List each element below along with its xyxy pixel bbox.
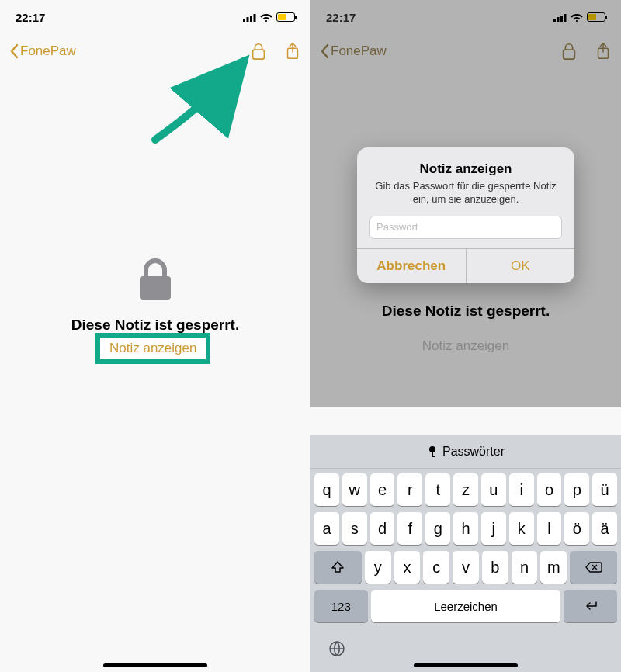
annotation-highlight-box: Notiz anzeigen xyxy=(95,333,210,364)
key-g[interactable]: g xyxy=(425,512,450,545)
back-button[interactable]: FonePaw xyxy=(9,43,250,59)
key-r[interactable]: r xyxy=(397,473,422,506)
view-note-button[interactable]: Notiz anzeigen xyxy=(109,341,196,355)
screenshot-right: 22:17 FonePaw Diese Notiz ist gesperrt. … xyxy=(310,0,621,672)
key-v[interactable]: v xyxy=(453,551,479,584)
view-note-button[interactable]: Notiz anzeigen xyxy=(422,338,509,354)
alert-title: Notiz anzeigen xyxy=(369,161,562,177)
keyboard-row-3: yxcvbnm xyxy=(313,551,619,584)
password-input[interactable] xyxy=(369,216,562,239)
key-h[interactable]: h xyxy=(453,512,478,545)
svg-rect-0 xyxy=(243,19,245,22)
key-n[interactable]: n xyxy=(512,551,538,584)
lock-icon[interactable] xyxy=(250,42,267,61)
return-key[interactable] xyxy=(564,590,617,622)
key-w[interactable]: w xyxy=(342,473,367,506)
key-f[interactable]: f xyxy=(397,512,422,545)
shift-key[interactable] xyxy=(314,551,362,584)
alert-message: Gib das Passwort für die gesperrte Notiz… xyxy=(369,180,562,206)
locked-note-area: Diese Notiz ist gesperrt. Notiz anzeigen xyxy=(310,303,621,354)
key-c[interactable]: c xyxy=(423,551,449,584)
key-s[interactable]: s xyxy=(342,512,367,545)
cellular-icon xyxy=(243,13,256,22)
key-icon xyxy=(427,445,438,458)
return-icon xyxy=(583,601,598,611)
cancel-button[interactable]: Abbrechen xyxy=(357,249,466,283)
big-lock-icon xyxy=(132,256,179,303)
key-u[interactable]: u xyxy=(481,473,506,506)
password-alert: Notiz anzeigen Gib das Passwort für die … xyxy=(357,147,574,283)
svg-rect-4 xyxy=(253,50,265,59)
shift-icon xyxy=(331,560,345,574)
share-icon[interactable] xyxy=(284,42,301,61)
key-ü[interactable]: ü xyxy=(592,473,617,506)
keyboard-suggestion-bar[interactable]: Passwörter xyxy=(310,435,621,469)
svg-rect-15 xyxy=(432,456,435,457)
globe-icon xyxy=(328,639,346,658)
annotation-arrow xyxy=(140,54,264,147)
screenshot-left: 22:17 FonePaw Diese Notiz ist gesperrt. … xyxy=(0,0,310,672)
keyboard: Passwörter qwertzuiopü asdfghjklöä yxcvb… xyxy=(310,435,621,672)
key-l[interactable]: l xyxy=(537,512,562,545)
battery-icon xyxy=(276,12,295,22)
status-bar: 22:17 xyxy=(0,0,310,34)
keyboard-row-4: 123 Leerzeichen xyxy=(313,590,619,627)
key-i[interactable]: i xyxy=(509,473,534,506)
key-e[interactable]: e xyxy=(370,473,395,506)
key-z[interactable]: z xyxy=(453,473,478,506)
key-t[interactable]: t xyxy=(425,473,450,506)
locked-title: Diese Notiz ist gesperrt. xyxy=(382,303,550,320)
nav-bar: FonePaw xyxy=(0,34,310,68)
key-p[interactable]: p xyxy=(564,473,589,506)
backspace-key[interactable] xyxy=(570,551,617,584)
keyboard-row-2: asdfghjklöä xyxy=(313,512,619,545)
keyboard-row-1: qwertzuiopü xyxy=(313,473,619,506)
home-indicator xyxy=(414,663,518,667)
numbers-key[interactable]: 123 xyxy=(314,590,368,622)
space-key[interactable]: Leerzeichen xyxy=(371,590,561,622)
locked-title: Diese Notiz ist gesperrt. xyxy=(71,317,239,334)
status-time: 22:17 xyxy=(16,11,45,24)
ok-button[interactable]: OK xyxy=(466,249,575,283)
key-x[interactable]: x xyxy=(394,551,421,584)
chevron-left-icon xyxy=(9,43,19,59)
home-indicator xyxy=(103,663,207,667)
svg-rect-1 xyxy=(247,17,249,22)
key-ä[interactable]: ä xyxy=(592,512,617,545)
globe-key[interactable] xyxy=(328,639,346,663)
svg-point-13 xyxy=(429,446,435,452)
key-m[interactable]: m xyxy=(540,551,567,584)
key-o[interactable]: o xyxy=(537,473,562,506)
key-ö[interactable]: ö xyxy=(564,512,589,545)
svg-rect-2 xyxy=(250,16,252,22)
key-q[interactable]: q xyxy=(314,473,339,506)
key-j[interactable]: j xyxy=(481,512,506,545)
svg-rect-6 xyxy=(140,276,171,300)
back-label: FonePaw xyxy=(20,43,76,59)
key-d[interactable]: d xyxy=(370,512,395,545)
backspace-icon xyxy=(585,561,602,573)
key-b[interactable]: b xyxy=(482,551,508,584)
key-y[interactable]: y xyxy=(365,551,391,584)
key-a[interactable]: a xyxy=(314,512,339,545)
key-k[interactable]: k xyxy=(509,512,534,545)
status-icons xyxy=(243,12,295,22)
wifi-icon xyxy=(260,12,272,22)
suggestion-label: Passwörter xyxy=(442,445,505,459)
svg-rect-3 xyxy=(254,14,256,22)
locked-note-area: Diese Notiz ist gesperrt. xyxy=(0,256,310,345)
